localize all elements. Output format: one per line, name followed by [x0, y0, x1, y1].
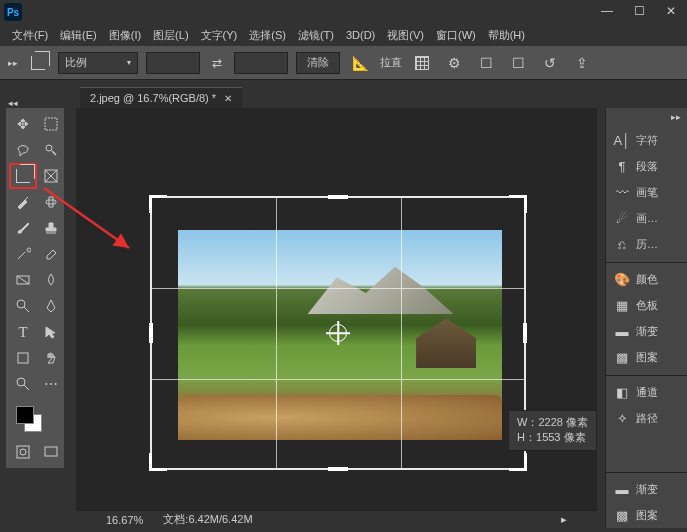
history-brush-tool[interactable]	[10, 242, 36, 266]
screen-mode-tool[interactable]	[38, 440, 64, 464]
status-caret-icon[interactable]: ▸	[561, 513, 567, 526]
document-tab[interactable]: 2.jpeg @ 16.7%(RGB/8) * ✕	[80, 87, 242, 108]
crop-boundary[interactable]	[150, 196, 526, 470]
crop-height-input[interactable]	[234, 52, 288, 74]
overlay-grid-button[interactable]	[410, 51, 434, 75]
channels-icon: ◧	[614, 384, 630, 400]
quick-select-tool[interactable]	[38, 138, 64, 162]
marquee-tool[interactable]	[38, 112, 64, 136]
center-target-icon	[329, 324, 347, 342]
canvas[interactable]	[76, 108, 597, 514]
settings-gear-icon[interactable]: ⚙	[442, 51, 466, 75]
menu-edit[interactable]: 编辑(E)	[56, 26, 101, 45]
zoom-level[interactable]: 16.67%	[106, 514, 143, 526]
panel-swatches[interactable]: ▦色板	[606, 293, 687, 317]
crop-handle-bottom[interactable]	[328, 467, 348, 471]
swap-dimensions-button[interactable]: ⇄	[208, 56, 226, 70]
menu-filter[interactable]: 滤镜(T)	[294, 26, 338, 45]
app-logo: Ps	[4, 3, 22, 21]
pen-tool[interactable]	[38, 294, 64, 318]
options-bar: ▸▸ 比例 ⇄ 清除 📐 拉直 ⚙ ☐ ☐ ↺ ⇪	[0, 46, 687, 80]
share-icon[interactable]: ⇪	[570, 51, 594, 75]
expand-icon[interactable]: ▸▸	[8, 58, 18, 68]
hand-tool[interactable]	[38, 346, 64, 370]
menu-image[interactable]: 图像(I)	[105, 26, 145, 45]
straighten-label: 拉直	[380, 55, 402, 70]
maximize-button[interactable]: ☐	[627, 2, 651, 20]
frame-tool[interactable]	[38, 164, 64, 188]
crop-handle-top[interactable]	[328, 195, 348, 199]
svg-rect-3	[46, 200, 56, 204]
move-tool[interactable]: ✥	[10, 112, 36, 136]
collapse-panels-icon[interactable]: ▸▸	[606, 112, 687, 126]
path-select-tool[interactable]	[38, 320, 64, 344]
doc-info[interactable]: 文档:6.42M/6.42M	[163, 512, 252, 527]
palette-icon: 🎨	[614, 271, 630, 287]
foreground-color[interactable]	[16, 406, 34, 424]
blur-tool[interactable]	[38, 268, 64, 292]
brush-icon: 〰	[614, 184, 630, 200]
type-tool[interactable]: T	[10, 320, 36, 344]
panel-history[interactable]: ⎌历…	[606, 232, 687, 256]
panel-gradients-2[interactable]: ▬渐变	[606, 472, 687, 501]
stamp-tool[interactable]	[38, 216, 64, 240]
panel-paragraph[interactable]: ¶段落	[606, 154, 687, 178]
panel-channels[interactable]: ◧通道	[606, 375, 687, 404]
svg-rect-10	[45, 447, 57, 456]
panel-brush-settings[interactable]: ☄画…	[606, 206, 687, 230]
panel-collapse-icon[interactable]: ◂◂	[8, 98, 18, 108]
crop-tool[interactable]	[10, 164, 36, 188]
lasso-tool[interactable]	[10, 138, 36, 162]
menu-3d[interactable]: 3D(D)	[342, 27, 379, 43]
document-tabs: ◂◂ 2.jpeg @ 16.7%(RGB/8) * ✕	[0, 80, 687, 108]
menu-select[interactable]: 选择(S)	[245, 26, 290, 45]
content-aware-checkbox[interactable]: ☐	[506, 51, 530, 75]
close-button[interactable]: ✕	[659, 2, 683, 20]
menu-file[interactable]: 文件(F)	[8, 26, 52, 45]
panel-paths[interactable]: ⟡路径	[606, 406, 687, 430]
clear-button[interactable]: 清除	[296, 52, 340, 74]
heal-tool[interactable]	[38, 190, 64, 214]
menu-layer[interactable]: 图层(L)	[149, 26, 192, 45]
straighten-icon[interactable]: 📐	[348, 51, 372, 75]
reset-button[interactable]: ↺	[538, 51, 562, 75]
crop-width-input[interactable]	[146, 52, 200, 74]
menu-view[interactable]: 视图(V)	[383, 26, 428, 45]
edit-toolbar[interactable]: ⋯	[38, 372, 64, 396]
panel-brushes[interactable]: 〰画笔	[606, 180, 687, 204]
brush-tool[interactable]	[10, 216, 36, 240]
crop-tool-indicator[interactable]	[26, 51, 50, 75]
svg-point-9	[20, 449, 26, 455]
menu-window[interactable]: 窗口(W)	[432, 26, 480, 45]
crop-handle-br[interactable]	[509, 453, 527, 471]
gradient-icon: ▬	[614, 323, 630, 339]
menu-help[interactable]: 帮助(H)	[484, 26, 529, 45]
crop-handle-tr[interactable]	[509, 195, 527, 213]
panel-gradients[interactable]: ▬渐变	[606, 319, 687, 343]
crop-handle-tl[interactable]	[149, 195, 167, 213]
menu-type[interactable]: 文字(Y)	[197, 26, 242, 45]
panel-color[interactable]: 🎨颜色	[606, 262, 687, 291]
close-tab-icon[interactable]: ✕	[224, 93, 232, 104]
ratio-preset-dropdown[interactable]: 比例	[58, 52, 138, 74]
panel-patterns[interactable]: ▩图案	[606, 345, 687, 369]
shape-tool[interactable]	[10, 346, 36, 370]
crop-handle-left[interactable]	[149, 323, 153, 343]
dimensions-tooltip: W：2228 像素 H：1553 像素	[508, 410, 597, 451]
minimize-button[interactable]: —	[595, 2, 619, 20]
zoom-tool[interactable]	[10, 372, 36, 396]
gradient-tool[interactable]	[10, 268, 36, 292]
color-swatches[interactable]	[10, 404, 64, 438]
title-bar: Ps	[0, 0, 687, 24]
panel-character[interactable]: A│字符	[606, 128, 687, 152]
eraser-tool[interactable]	[38, 242, 64, 266]
eyedropper-tool[interactable]	[10, 190, 36, 214]
dodge-tool[interactable]	[10, 294, 36, 318]
panel-patterns-2[interactable]: ▩图案	[606, 503, 687, 527]
gradient-icon-2: ▬	[614, 481, 630, 497]
crop-handle-bl[interactable]	[149, 453, 167, 471]
delete-pixels-checkbox[interactable]: ☐	[474, 51, 498, 75]
crop-handle-right[interactable]	[523, 323, 527, 343]
quick-mask-tool[interactable]	[10, 440, 36, 464]
svg-rect-0	[45, 118, 57, 130]
